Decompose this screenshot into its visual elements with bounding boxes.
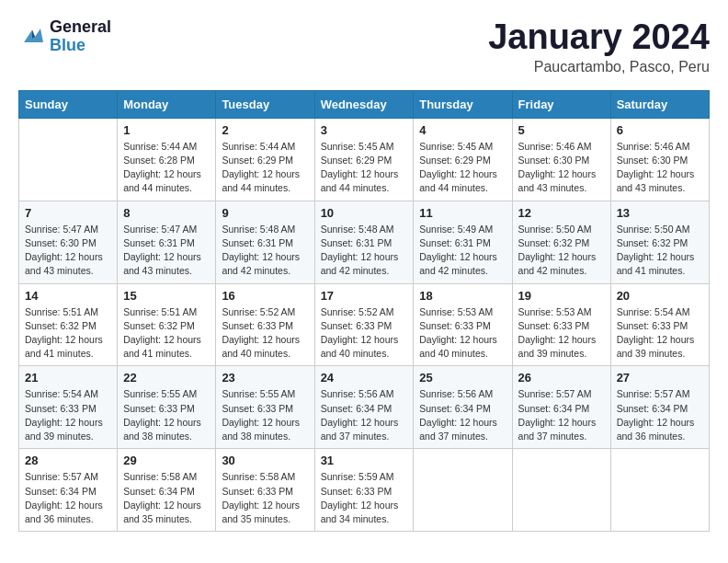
day-info: Sunrise: 5:47 AM Sunset: 6:30 PM Dayligh…	[25, 223, 111, 279]
day-info: Sunrise: 5:50 AM Sunset: 6:32 PM Dayligh…	[518, 223, 605, 279]
calendar-cell: 18Sunrise: 5:53 AM Sunset: 6:33 PM Dayli…	[414, 283, 512, 366]
day-number: 6	[617, 123, 703, 137]
day-info: Sunrise: 5:44 AM Sunset: 6:29 PM Dayligh…	[222, 140, 308, 196]
day-header-saturday: Saturday	[610, 90, 709, 118]
calendar-cell: 28Sunrise: 5:57 AM Sunset: 6:34 PM Dayli…	[19, 449, 118, 532]
calendar-cell: 27Sunrise: 5:57 AM Sunset: 6:34 PM Dayli…	[610, 366, 709, 449]
day-number: 23	[222, 371, 308, 385]
calendar-week-1: 1Sunrise: 5:44 AM Sunset: 6:28 PM Daylig…	[19, 118, 710, 201]
title-section: January 2024 Paucartambo, Pasco, Peru	[488, 18, 710, 75]
calendar-cell	[414, 449, 512, 532]
logo: General Blue	[18, 18, 111, 55]
day-number: 18	[419, 289, 506, 303]
day-header-sunday: Sunday	[19, 90, 118, 118]
calendar-cell: 24Sunrise: 5:56 AM Sunset: 6:34 PM Dayli…	[314, 366, 414, 449]
day-number: 3	[321, 123, 408, 137]
day-info: Sunrise: 5:57 AM Sunset: 6:34 PM Dayligh…	[617, 387, 703, 443]
day-info: Sunrise: 5:47 AM Sunset: 6:31 PM Dayligh…	[123, 223, 210, 279]
day-number: 13	[617, 206, 703, 220]
day-number: 22	[123, 371, 210, 385]
logo-line1: General	[50, 18, 111, 37]
calendar-cell: 16Sunrise: 5:52 AM Sunset: 6:33 PM Dayli…	[216, 283, 314, 366]
calendar-cell: 31Sunrise: 5:59 AM Sunset: 6:33 PM Dayli…	[314, 449, 414, 532]
calendar-cell: 30Sunrise: 5:58 AM Sunset: 6:33 PM Dayli…	[216, 449, 314, 532]
day-info: Sunrise: 5:58 AM Sunset: 6:33 PM Dayligh…	[222, 470, 308, 526]
day-info: Sunrise: 5:52 AM Sunset: 6:33 PM Dayligh…	[321, 305, 408, 362]
calendar-week-4: 21Sunrise: 5:54 AM Sunset: 6:33 PM Dayli…	[19, 366, 710, 449]
day-number: 25	[419, 371, 506, 385]
calendar-header-row: SundayMondayTuesdayWednesdayThursdayFrid…	[19, 90, 710, 118]
day-number: 12	[518, 206, 605, 220]
day-info: Sunrise: 5:59 AM Sunset: 6:33 PM Dayligh…	[321, 470, 408, 526]
day-info: Sunrise: 5:56 AM Sunset: 6:34 PM Dayligh…	[321, 387, 408, 443]
calendar-cell: 25Sunrise: 5:56 AM Sunset: 6:34 PM Dayli…	[414, 366, 512, 449]
day-number: 9	[222, 206, 308, 220]
day-number: 11	[419, 206, 506, 220]
calendar-cell: 2Sunrise: 5:44 AM Sunset: 6:29 PM Daylig…	[216, 118, 314, 201]
day-number: 10	[321, 206, 408, 220]
calendar-cell: 6Sunrise: 5:46 AM Sunset: 6:30 PM Daylig…	[610, 118, 709, 201]
logo-icon	[18, 23, 46, 51]
calendar-week-2: 7Sunrise: 5:47 AM Sunset: 6:30 PM Daylig…	[19, 201, 710, 283]
day-info: Sunrise: 5:55 AM Sunset: 6:33 PM Dayligh…	[222, 387, 308, 443]
calendar-cell: 17Sunrise: 5:52 AM Sunset: 6:33 PM Dayli…	[314, 283, 414, 366]
calendar-cell: 19Sunrise: 5:53 AM Sunset: 6:33 PM Dayli…	[512, 283, 610, 366]
day-number: 17	[321, 289, 408, 303]
day-header-wednesday: Wednesday	[314, 90, 414, 118]
calendar-cell: 8Sunrise: 5:47 AM Sunset: 6:31 PM Daylig…	[118, 201, 216, 283]
calendar-cell: 13Sunrise: 5:50 AM Sunset: 6:32 PM Dayli…	[610, 201, 709, 283]
day-number: 20	[617, 289, 703, 303]
day-info: Sunrise: 5:54 AM Sunset: 6:33 PM Dayligh…	[25, 387, 111, 443]
day-number: 21	[25, 371, 111, 385]
calendar-cell: 14Sunrise: 5:51 AM Sunset: 6:32 PM Dayli…	[19, 283, 118, 366]
day-info: Sunrise: 5:57 AM Sunset: 6:34 PM Dayligh…	[518, 387, 605, 443]
day-info: Sunrise: 5:55 AM Sunset: 6:33 PM Dayligh…	[123, 387, 210, 443]
page-header: General Blue January 2024 Paucartambo, P…	[18, 18, 710, 75]
day-number: 31	[321, 454, 408, 467]
calendar-cell	[19, 118, 118, 201]
day-header-thursday: Thursday	[414, 90, 512, 118]
day-info: Sunrise: 5:44 AM Sunset: 6:28 PM Dayligh…	[123, 140, 210, 196]
day-number: 4	[419, 123, 506, 137]
calendar-cell: 21Sunrise: 5:54 AM Sunset: 6:33 PM Dayli…	[19, 366, 118, 449]
calendar-cell: 23Sunrise: 5:55 AM Sunset: 6:33 PM Dayli…	[216, 366, 314, 449]
calendar-title: January 2024	[488, 18, 710, 57]
day-number: 26	[518, 371, 605, 385]
calendar-cell: 1Sunrise: 5:44 AM Sunset: 6:28 PM Daylig…	[118, 118, 216, 201]
calendar-cell: 10Sunrise: 5:48 AM Sunset: 6:31 PM Dayli…	[314, 201, 414, 283]
day-info: Sunrise: 5:54 AM Sunset: 6:33 PM Dayligh…	[617, 305, 703, 362]
day-info: Sunrise: 5:50 AM Sunset: 6:32 PM Dayligh…	[617, 223, 703, 279]
day-number: 1	[123, 123, 210, 137]
day-number: 19	[518, 289, 605, 303]
day-number: 5	[518, 123, 605, 137]
day-info: Sunrise: 5:57 AM Sunset: 6:34 PM Dayligh…	[25, 470, 111, 526]
day-number: 7	[25, 206, 111, 220]
day-info: Sunrise: 5:58 AM Sunset: 6:34 PM Dayligh…	[123, 470, 210, 526]
calendar-cell	[610, 449, 709, 532]
day-number: 27	[617, 371, 703, 385]
calendar-cell: 15Sunrise: 5:51 AM Sunset: 6:32 PM Dayli…	[118, 283, 216, 366]
day-number: 28	[25, 454, 111, 467]
day-number: 24	[321, 371, 408, 385]
calendar-cell: 5Sunrise: 5:46 AM Sunset: 6:30 PM Daylig…	[512, 118, 610, 201]
day-header-tuesday: Tuesday	[216, 90, 314, 118]
day-info: Sunrise: 5:46 AM Sunset: 6:30 PM Dayligh…	[617, 140, 703, 196]
day-number: 16	[222, 289, 308, 303]
calendar-cell: 4Sunrise: 5:45 AM Sunset: 6:29 PM Daylig…	[414, 118, 512, 201]
day-header-friday: Friday	[512, 90, 610, 118]
day-info: Sunrise: 5:51 AM Sunset: 6:32 PM Dayligh…	[123, 305, 210, 362]
calendar-table: SundayMondayTuesdayWednesdayThursdayFrid…	[18, 90, 710, 532]
calendar-cell: 11Sunrise: 5:49 AM Sunset: 6:31 PM Dayli…	[414, 201, 512, 283]
calendar-cell: 20Sunrise: 5:54 AM Sunset: 6:33 PM Dayli…	[610, 283, 709, 366]
calendar-cell: 22Sunrise: 5:55 AM Sunset: 6:33 PM Dayli…	[118, 366, 216, 449]
logo-line2: Blue	[50, 37, 111, 55]
day-info: Sunrise: 5:48 AM Sunset: 6:31 PM Dayligh…	[222, 223, 308, 279]
calendar-week-3: 14Sunrise: 5:51 AM Sunset: 6:32 PM Dayli…	[19, 283, 710, 366]
day-info: Sunrise: 5:53 AM Sunset: 6:33 PM Dayligh…	[518, 305, 605, 362]
calendar-cell: 3Sunrise: 5:45 AM Sunset: 6:29 PM Daylig…	[314, 118, 414, 201]
calendar-week-5: 28Sunrise: 5:57 AM Sunset: 6:34 PM Dayli…	[19, 449, 710, 532]
day-info: Sunrise: 5:46 AM Sunset: 6:30 PM Dayligh…	[518, 140, 605, 196]
calendar-cell: 26Sunrise: 5:57 AM Sunset: 6:34 PM Dayli…	[512, 366, 610, 449]
day-info: Sunrise: 5:45 AM Sunset: 6:29 PM Dayligh…	[321, 140, 408, 196]
day-number: 29	[123, 454, 210, 467]
